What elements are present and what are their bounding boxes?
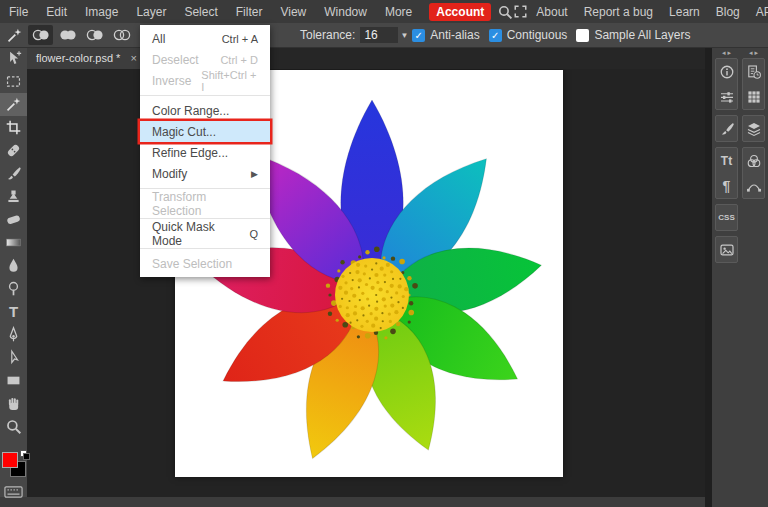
menu-file[interactable]: File	[0, 0, 37, 23]
checkbox-contiguous[interactable]: ✓	[489, 29, 502, 42]
panel-collapse-arrows-icon[interactable]: ◂ ▸	[742, 48, 765, 58]
checkbox-group-contiguous: ✓Contiguous	[489, 28, 568, 42]
link-about[interactable]: About	[528, 5, 575, 19]
new-selection-icon	[31, 27, 51, 43]
menu-item-label: Deselect	[152, 53, 199, 67]
shape-tool[interactable]	[0, 369, 27, 392]
crop-tool[interactable]	[0, 116, 27, 139]
css-panel-icon[interactable]: CSS	[716, 205, 737, 230]
account-button[interactable]: Account	[429, 3, 491, 21]
blur-tool[interactable]	[0, 254, 27, 277]
menu-item-save-selection: Save Selection	[140, 253, 270, 274]
menu-filter[interactable]: Filter	[227, 0, 272, 23]
foreground-color-swatch[interactable]	[2, 452, 18, 468]
menu-links: AboutReport a bugLearnBlogAPI	[528, 5, 768, 19]
tolerance-dropdown-icon[interactable]: ▼	[400, 31, 408, 40]
healing-brush-tool[interactable]	[0, 139, 27, 162]
checkbox-anti-alias[interactable]: ✓	[412, 29, 425, 42]
menu-item-magic-cut[interactable]: Magic Cut...	[140, 121, 270, 142]
menu-image[interactable]: Image	[76, 0, 127, 23]
path-select-tool[interactable]	[0, 346, 27, 369]
menu-bar-right: AboutReport a bugLearnBlogAPI	[528, 2, 768, 21]
menu-item-label: Refine Edge...	[152, 146, 228, 160]
tt-glyph: Tt	[721, 154, 732, 168]
colors-panel-icon[interactable]	[743, 148, 764, 173]
link-api[interactable]: API	[748, 5, 768, 19]
default-colors-icon[interactable]	[20, 450, 28, 458]
history-panel-icon[interactable]	[743, 59, 764, 84]
fullscreen-icon[interactable]	[513, 0, 528, 23]
selection-mode-buttons	[28, 25, 134, 45]
menu-view[interactable]: View	[271, 0, 315, 23]
menu-item-quick-mask-mode[interactable]: Quick Mask ModeQ	[140, 223, 270, 244]
status-bar	[0, 497, 705, 507]
menu-select[interactable]: Select	[175, 0, 226, 23]
link-learn[interactable]: Learn	[661, 5, 708, 19]
menu-item-label: Save Selection	[152, 257, 232, 271]
tolerance-label: Tolerance:	[300, 28, 355, 42]
zoom-tool[interactable]	[0, 415, 27, 438]
menu-separator	[140, 248, 270, 249]
document-tabs: flower-color.psd * ×	[27, 47, 705, 69]
link-blog[interactable]: Blog	[708, 5, 748, 19]
search-icon[interactable]	[497, 0, 513, 23]
pen-tool[interactable]	[0, 323, 27, 346]
menu-item-inverse: InverseShift+Ctrl + I	[140, 70, 270, 91]
menu-item-refine-edge[interactable]: Refine Edge...	[140, 142, 270, 163]
panel-group	[742, 58, 765, 110]
checkbox-group-anti-alias: ✓Anti-alias	[412, 28, 479, 42]
styles-panel-icon[interactable]	[716, 116, 737, 141]
link-report-a-bug[interactable]: Report a bug	[576, 5, 661, 19]
panel-group	[715, 115, 738, 142]
menu-layer[interactable]: Layer	[127, 0, 175, 23]
css-glyph: CSS	[718, 213, 734, 222]
dodge-tool[interactable]	[0, 277, 27, 300]
subtract-selection-button[interactable]	[82, 25, 107, 45]
clone-stamp-tool[interactable]	[0, 185, 27, 208]
subtract-selection-icon	[85, 27, 105, 43]
tolerance-input[interactable]: 16	[360, 27, 398, 43]
rect-select-tool[interactable]	[0, 70, 27, 93]
panel-collapse-arrows-icon[interactable]: ◂ ▸	[715, 48, 738, 58]
menu-bar: FileEditImageLayerSelectFilterViewWindow…	[0, 0, 768, 23]
intersect-selection-button[interactable]	[109, 25, 134, 45]
paths-panel-icon[interactable]	[743, 173, 764, 198]
menu-item-color-range[interactable]: Color Range...	[140, 100, 270, 121]
panel-group: CSS	[715, 204, 738, 231]
gradient-tool[interactable]	[0, 231, 27, 254]
menu-more[interactable]: More	[376, 0, 421, 23]
type-tool[interactable]: T	[0, 300, 27, 323]
eraser-tool[interactable]	[0, 208, 27, 231]
keyboard-shortcuts-icon[interactable]	[4, 484, 23, 502]
tools-sidebar: T	[0, 47, 27, 497]
layers-panel-icon[interactable]	[743, 116, 764, 141]
menu-item-transform-selection: Transform Selection	[140, 193, 270, 214]
info-panel-icon[interactable]	[716, 59, 737, 84]
select-menu-dropdown: AllCtrl + ADeselectCtrl + DInverseShift+…	[140, 25, 270, 277]
menu-item-label: All	[152, 32, 165, 46]
character-panel-icon[interactable]: Tt	[716, 148, 737, 173]
checkbox-sample-all-layers[interactable]	[576, 29, 589, 42]
move-tool[interactable]	[0, 47, 27, 70]
menu-item-modify[interactable]: Modify▶	[140, 163, 270, 184]
swatches-panel-icon[interactable]	[743, 84, 764, 109]
panel-group	[742, 147, 765, 199]
menu-item-all[interactable]: AllCtrl + A	[140, 28, 270, 49]
brush-tool[interactable]	[0, 162, 27, 185]
menu-window[interactable]: Window	[315, 0, 376, 23]
add-selection-button[interactable]	[55, 25, 80, 45]
document-tab[interactable]: flower-color.psd * ×	[27, 47, 146, 69]
image-panel-icon[interactable]	[716, 237, 737, 262]
¶-glyph: ¶	[723, 178, 731, 194]
magic-wand-tool[interactable]	[0, 93, 27, 116]
menu-items: FileEditImageLayerSelectFilterViewWindow…	[0, 0, 421, 23]
adjustments-panel-icon[interactable]	[716, 84, 737, 109]
close-tab-icon[interactable]: ×	[130, 52, 136, 64]
panel-gutter	[705, 47, 712, 507]
paragraph-panel-icon[interactable]: ¶	[716, 173, 737, 198]
hand-tool[interactable]	[0, 392, 27, 415]
new-selection-button[interactable]	[28, 25, 53, 45]
right-panel-sidebar: ◂ ▸Tt¶CSS◂ ▸	[712, 47, 768, 507]
menu-edit[interactable]: Edit	[37, 0, 76, 23]
panel-group: Tt¶	[715, 147, 738, 199]
